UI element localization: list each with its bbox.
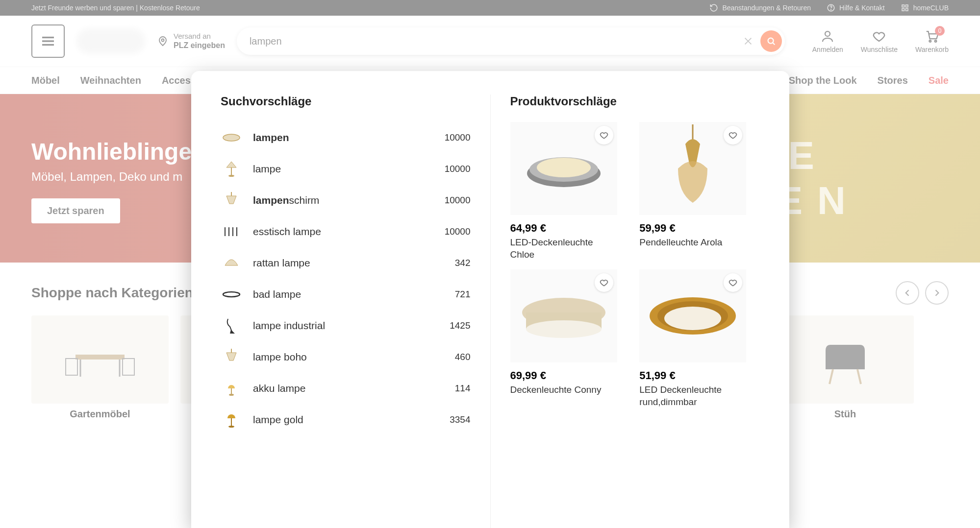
suggestion-item[interactable]: lampe10000 <box>221 153 471 185</box>
nav-item-sale[interactable]: Sale <box>929 75 949 86</box>
suggestion-term: lampenschirm <box>253 194 434 206</box>
svg-line-26 <box>857 369 861 384</box>
cart-link[interactable]: 0 Warenkorb <box>915 29 949 53</box>
suggestions-title: Suchvorschläge <box>221 95 471 108</box>
suggestion-count: 10000 <box>445 195 471 206</box>
login-link[interactable]: Anmelden <box>812 29 843 53</box>
product-card[interactable]: 64,99 €LED-Deckenleuchte Chloe <box>510 122 631 261</box>
svg-point-15 <box>929 40 931 42</box>
suggestion-item[interactable]: esstisch lampe10000 <box>221 216 471 247</box>
suggestion-term: akku lampe <box>253 383 444 394</box>
suggestion-count: 114 <box>455 383 471 394</box>
heart-icon <box>599 130 609 140</box>
product-name: Deckenleuchte Conny <box>510 384 617 396</box>
help-icon <box>827 3 835 12</box>
category-tile[interactable]: Stüh <box>777 315 914 420</box>
lamp-icon <box>221 411 242 429</box>
product-image <box>639 122 746 215</box>
svg-point-50 <box>664 307 721 330</box>
lamp-icon <box>221 129 242 146</box>
nav-item-shop-the-look[interactable]: Shop the Look <box>789 75 857 86</box>
nav-item-weihnachten[interactable]: Weihnachten <box>80 75 141 86</box>
product-name: LED-Deckenleuchte Chloe <box>510 237 617 261</box>
svg-point-16 <box>935 40 937 42</box>
suggestion-item[interactable]: lampe boho460 <box>221 341 471 373</box>
lamp-icon <box>221 254 242 272</box>
menu-icon <box>39 32 57 50</box>
svg-rect-20 <box>66 359 77 375</box>
chevron-right-icon <box>932 288 942 298</box>
wishlist-button[interactable] <box>724 126 742 144</box>
suggestion-count: 3354 <box>450 414 470 425</box>
suggestion-item[interactable]: lampe industrial1425 <box>221 310 471 341</box>
heart-icon <box>599 278 609 288</box>
svg-rect-2 <box>902 5 905 7</box>
product-card[interactable]: 59,99 €Pendelleuchte Arola <box>639 122 760 261</box>
suggestion-term: esstisch lampe <box>253 226 434 238</box>
nav-item-moebel[interactable]: Möbel <box>31 75 60 86</box>
product-card[interactable]: 69,99 €Deckenleuchte Conny <box>510 269 631 408</box>
lamp-icon <box>221 160 242 178</box>
svg-rect-4 <box>902 9 905 11</box>
carousel-prev-button[interactable] <box>896 281 919 305</box>
hero-cta-button[interactable]: Jetzt sparen <box>31 198 120 223</box>
product-image <box>639 269 746 362</box>
suggestion-item[interactable]: akku lampe114 <box>221 373 471 404</box>
header: Versand an PLZ eingeben Anmelden Wunschl… <box>0 16 980 67</box>
suggestion-count: 721 <box>455 289 471 300</box>
suggestion-term: rattan lampe <box>253 257 444 269</box>
suggestion-item[interactable]: rattan lampe342 <box>221 247 471 279</box>
menu-button[interactable] <box>31 24 65 58</box>
suggestion-term: lampe <box>253 163 434 175</box>
product-image <box>510 122 617 215</box>
wishlist-button[interactable] <box>724 273 742 292</box>
logo[interactable] <box>76 28 145 54</box>
user-icon <box>820 29 835 44</box>
lamp-icon <box>221 223 242 240</box>
lamp-icon <box>221 348 242 366</box>
svg-point-9 <box>162 39 164 42</box>
wishlist-button[interactable] <box>595 126 613 144</box>
club-link[interactable]: homeCLUB <box>901 3 949 12</box>
grid-icon <box>901 3 909 12</box>
help-link[interactable]: Hilfe & Kontakt <box>827 3 885 12</box>
suggestion-term: lampe boho <box>253 351 444 363</box>
ship-to[interactable]: Versand an PLZ eingeben <box>157 32 225 51</box>
cart-label: Warenkorb <box>915 46 949 53</box>
club-label: homeCLUB <box>913 4 949 12</box>
svg-point-12 <box>768 38 773 44</box>
lamp-icon <box>221 380 242 397</box>
wishlist-link[interactable]: Wunschliste <box>861 29 898 53</box>
wishlist-button[interactable] <box>595 273 613 292</box>
suggestion-count: 10000 <box>445 132 471 143</box>
clear-search-icon[interactable] <box>743 36 754 47</box>
top-bar: Jetzt Freunde werben und sparen | Kosten… <box>0 0 980 16</box>
lamp-icon <box>221 192 242 209</box>
product-card[interactable]: 51,99 €LED Deckenleuchte rund,dimmbar <box>639 269 760 408</box>
products-title: Produktvorschläge <box>510 95 760 108</box>
help-label: Hilfe & Kontakt <box>839 4 885 12</box>
search-button[interactable] <box>760 30 782 52</box>
category-tile[interactable]: Gartenmöbel <box>31 315 169 420</box>
suggestion-item[interactable]: lampenschirm10000 <box>221 185 471 216</box>
suggestion-item[interactable]: lampe gold3354 <box>221 404 471 435</box>
product-image <box>510 269 617 362</box>
product-price: 51,99 € <box>639 369 760 382</box>
product-price: 69,99 € <box>510 369 631 382</box>
search-input[interactable] <box>250 36 736 47</box>
svg-rect-17 <box>75 355 125 360</box>
svg-point-38 <box>229 394 234 396</box>
suggestion-item[interactable]: lampen10000 <box>221 122 471 153</box>
header-icons: Anmelden Wunschliste 0 Warenkorb <box>812 29 949 53</box>
returns-link[interactable]: Beanstandungen & Retouren <box>709 3 811 12</box>
suggestion-item[interactable]: bad lampe721 <box>221 279 471 310</box>
heart-icon <box>872 29 886 44</box>
undo-icon <box>709 3 718 12</box>
lamp-icon <box>221 286 242 303</box>
suggestion-count: 460 <box>455 352 471 362</box>
carousel-next-button[interactable] <box>925 281 949 305</box>
nav-item-stores[interactable]: Stores <box>878 75 908 86</box>
suggestion-term: lampen <box>253 132 434 144</box>
lamp-icon <box>221 317 242 335</box>
login-label: Anmelden <box>812 46 843 53</box>
